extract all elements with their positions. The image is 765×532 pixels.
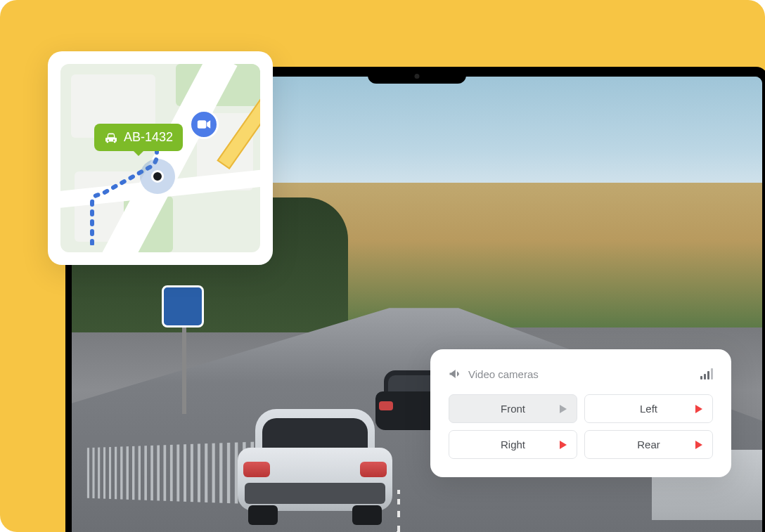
- play-icon: [695, 405, 702, 413]
- camera-marker[interactable]: [189, 110, 219, 139]
- play-icon: [695, 441, 702, 449]
- camera-left-button[interactable]: Left: [584, 394, 713, 423]
- play-icon: [560, 441, 567, 449]
- road-sign-blue: [162, 285, 204, 327]
- vehicle-id-text: AB-1432: [124, 130, 173, 145]
- cameras-grid: Front Left Right Rear: [449, 394, 713, 459]
- camera-front-button[interactable]: Front: [449, 394, 577, 423]
- app-frame: AB-1432 Video cameras: [0, 0, 765, 532]
- signal-strength-icon: [700, 368, 713, 379]
- cameras-header: Video cameras: [449, 368, 713, 380]
- svg-rect-0: [198, 120, 207, 129]
- video-cameras-panel: Video cameras Front Left: [430, 349, 731, 477]
- map-canvas[interactable]: AB-1432: [60, 64, 260, 252]
- video-camera-icon: [197, 119, 211, 129]
- map-widget[interactable]: AB-1432: [48, 51, 273, 265]
- device-camera-dot: [415, 74, 420, 79]
- camera-right-button[interactable]: Right: [449, 430, 577, 459]
- cameras-title: Video cameras: [468, 368, 539, 380]
- device-notch: [368, 67, 466, 84]
- megaphone-icon: [449, 368, 461, 380]
- camera-rear-button[interactable]: Rear: [584, 430, 713, 459]
- vehicle-ahead-silver: [238, 398, 392, 525]
- vehicle-id-badge[interactable]: AB-1432: [94, 124, 183, 151]
- car-icon: [104, 132, 118, 143]
- vehicle-location-marker[interactable]: [140, 159, 175, 194]
- play-icon: [560, 405, 567, 413]
